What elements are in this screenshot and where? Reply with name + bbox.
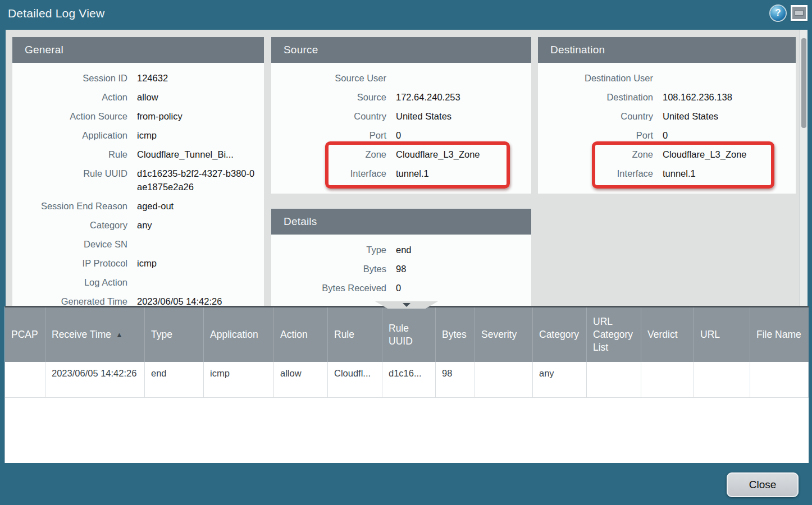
field-row-country: Country United States bbox=[547, 107, 787, 126]
field-value: 2023/06/05 14:42:26 bbox=[137, 295, 255, 306]
dialog-titlebar: Detailed Log View ? bbox=[0, 0, 812, 26]
column-header-label: Category bbox=[539, 328, 579, 341]
field-row-category: Category any bbox=[21, 215, 255, 235]
field-row-source-user: Source User bbox=[280, 68, 522, 88]
titlebar-icons: ? bbox=[770, 5, 808, 21]
field-value: tunnel.1 bbox=[396, 167, 522, 180]
field-row-zone: Zone Cloudflare_L3_Zone bbox=[280, 145, 522, 164]
field-value: icmp bbox=[137, 256, 255, 270]
cell-rule-uuid: d1c16... bbox=[382, 362, 436, 398]
field-row-bytes-received: Bytes Received 0 bbox=[280, 278, 522, 297]
field-row-type: Type end bbox=[280, 240, 522, 259]
column-header-bytes[interactable]: Bytes bbox=[436, 307, 475, 362]
column-header-type[interactable]: Type bbox=[145, 307, 204, 362]
collapse-down-icon bbox=[403, 303, 410, 307]
field-row-destination: Destination 108.162.236.138 bbox=[547, 88, 787, 107]
column-header-label: Severity bbox=[481, 328, 517, 341]
field-row-interface: Interface tunnel.1 bbox=[547, 164, 787, 183]
field-value: any bbox=[137, 218, 255, 232]
field-row-log-action: Log Action bbox=[21, 273, 255, 292]
column-header-pcap[interactable]: PCAP bbox=[5, 307, 45, 362]
column-header-action[interactable]: Action bbox=[274, 307, 328, 362]
cell-receive-time: 2023/06/05 14:42:26 bbox=[45, 362, 145, 398]
log-table-row[interactable]: 2023/06/05 14:42:26 end icmp allow Cloud… bbox=[5, 362, 809, 398]
column-header-label: Bytes bbox=[442, 328, 467, 341]
cell-application: icmp bbox=[204, 362, 274, 398]
field-row-application: Application icmp bbox=[21, 126, 255, 145]
field-label: Source bbox=[280, 90, 396, 104]
close-button[interactable]: Close bbox=[727, 472, 799, 497]
field-label: Port bbox=[280, 128, 396, 142]
help-icon[interactable]: ? bbox=[770, 6, 786, 21]
field-label: Country bbox=[547, 109, 663, 123]
vertical-scrollbar-thumb[interactable] bbox=[801, 38, 806, 128]
field-row-source: Source 172.64.240.253 bbox=[280, 88, 522, 107]
field-row-rule-uuid: Rule UUID d1c16235-b2f2-4327-b380-0ae187… bbox=[21, 164, 255, 196]
column-header-category[interactable]: Category bbox=[533, 307, 587, 362]
field-value: 0 bbox=[396, 281, 522, 295]
column-header-rule[interactable]: Rule bbox=[328, 307, 382, 362]
cell-verdict bbox=[641, 362, 694, 398]
source-panel-body: Source User Source 172.64.240.253 Countr… bbox=[271, 63, 531, 189]
field-label: Session End Reason bbox=[21, 199, 137, 213]
field-value bbox=[396, 71, 522, 85]
field-label: Action Source bbox=[21, 109, 137, 123]
field-value: United States bbox=[396, 109, 522, 123]
field-value: United States bbox=[663, 109, 787, 123]
details-panel-header: Details bbox=[271, 209, 531, 235]
field-label: Zone bbox=[547, 148, 663, 161]
detail-panels-area: General Session ID 124632 Action allow A… bbox=[6, 30, 808, 306]
column-header-severity[interactable]: Severity bbox=[475, 307, 533, 362]
cell-type: end bbox=[145, 362, 204, 398]
general-panel-body: Session ID 124632 Action allow Action So… bbox=[12, 63, 264, 306]
field-label: Session ID bbox=[21, 71, 137, 85]
field-label: IP Protocol bbox=[21, 256, 137, 270]
column-header-application[interactable]: Application bbox=[204, 307, 274, 362]
field-row-rule: Rule Cloudflare_Tunnel_Bi... bbox=[21, 145, 255, 164]
field-row-country: Country United States bbox=[280, 107, 522, 126]
field-label: Bytes bbox=[280, 262, 396, 276]
field-label: Source User bbox=[280, 71, 396, 85]
field-value: Cloudflare_Tunnel_Bi... bbox=[137, 148, 255, 161]
vertical-scrollbar[interactable] bbox=[799, 30, 808, 306]
field-label: Interface bbox=[280, 167, 396, 180]
field-row-action: Action allow bbox=[21, 88, 255, 107]
field-row-session-end-reason: Session End Reason aged-out bbox=[21, 196, 255, 215]
field-value: 172.64.240.253 bbox=[396, 90, 522, 104]
general-panel: General Session ID 124632 Action allow A… bbox=[12, 37, 264, 306]
column-header-receive-time[interactable]: Receive Time▲ bbox=[45, 307, 145, 362]
field-row-port: Port 0 bbox=[280, 126, 522, 145]
cell-action: allow bbox=[274, 362, 328, 398]
column-header-verdict[interactable]: Verdict bbox=[641, 307, 694, 362]
source-panel-header: Source bbox=[271, 37, 531, 63]
sort-ascending-icon: ▲ bbox=[116, 328, 123, 341]
column-header-url[interactable]: URL bbox=[694, 307, 750, 362]
cell-severity bbox=[475, 362, 533, 398]
field-label: Category bbox=[21, 218, 137, 232]
cell-pcap bbox=[5, 362, 45, 398]
field-label: Bytes Received bbox=[280, 281, 396, 295]
field-value bbox=[137, 237, 255, 251]
field-value bbox=[663, 71, 787, 85]
column-header-label: PCAP bbox=[11, 328, 38, 341]
field-label: Log Action bbox=[21, 276, 137, 289]
column-header-rule-uuid[interactable]: Rule UUID bbox=[382, 307, 436, 362]
cell-url-category-list bbox=[587, 362, 641, 398]
window-restore-icon[interactable] bbox=[791, 5, 808, 21]
field-label: Port bbox=[547, 128, 663, 142]
detailed-log-view-dialog: Detailed Log View ? General Session ID 1… bbox=[0, 0, 812, 505]
field-row-interface: Interface tunnel.1 bbox=[280, 164, 522, 183]
field-row-action-source: Action Source from-policy bbox=[21, 107, 255, 126]
field-row-port: Port 0 bbox=[547, 126, 787, 145]
column-header-url-category-list[interactable]: URL Category List bbox=[587, 307, 641, 362]
log-entries-table: PCAP Receive Time▲ Type Application Acti… bbox=[4, 306, 809, 463]
field-label: Interface bbox=[547, 167, 663, 180]
field-value: d1c16235-b2f2-4327-b380-0ae1875e2a26 bbox=[137, 167, 255, 194]
column-header-label: Verdict bbox=[647, 328, 678, 341]
column-header-file-name[interactable]: File Name bbox=[750, 307, 809, 362]
column-header-label: Action bbox=[280, 328, 308, 341]
column-header-label: Type bbox=[151, 328, 172, 341]
field-row-destination-user: Destination User bbox=[547, 68, 787, 88]
source-panel: Source Source User Source 172.64.240.253… bbox=[271, 37, 531, 194]
field-value: allow bbox=[137, 90, 255, 104]
